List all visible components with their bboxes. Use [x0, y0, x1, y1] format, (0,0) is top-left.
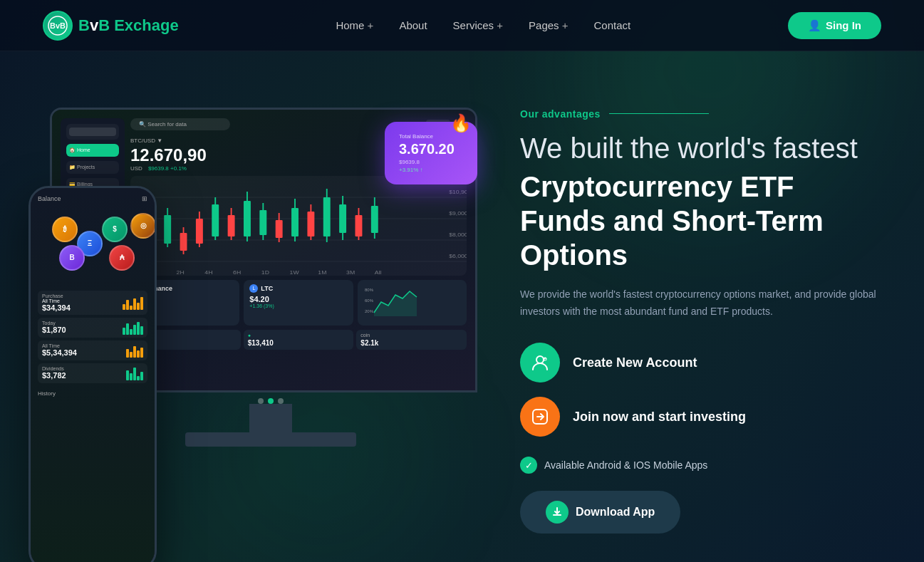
fire-icon: 🔥: [450, 113, 472, 133]
hero-section: 🏠 Home 📁 Projects 💳 Billings 👥 Team Memb…: [0, 51, 924, 562]
signin-button[interactable]: 👤 Sing In: [788, 12, 881, 39]
hero-right-content: Our advantages We built the world's fast…: [492, 108, 881, 534]
svg-text:20%: 20%: [365, 309, 374, 313]
hero-left-mockups: 🏠 Home 📁 Projects 💳 Billings 👥 Team Memb…: [28, 100, 492, 542]
nav-pages[interactable]: Pages: [529, 19, 568, 31]
download-app-button[interactable]: Download App: [520, 491, 680, 534]
circle-btc: ₿: [52, 217, 78, 242]
dash-search-bar: 🔍 Search for data: [130, 118, 230, 130]
phone-crypto-circles: ₿ Ξ $ B ₳ ◎: [38, 209, 147, 281]
phone-header: Balance ⊞: [38, 195, 147, 202]
phone-inner: Balance ⊞ ₿ Ξ $ B ₳ ◎ Purchase: [31, 188, 155, 563]
mini-bar-chart-1: [123, 296, 143, 310]
feature-create-account-label: Create New Account: [573, 355, 697, 370]
coin-cards-row: B Binance $9.44 Rise info L LTC: [130, 280, 467, 326]
sidebar-projects: 📁 Projects: [66, 161, 119, 174]
svg-text:+: +: [544, 357, 547, 361]
nav-contact[interactable]: Contact: [594, 19, 631, 31]
create-account-icon: +: [520, 343, 560, 383]
svg-text:$10,900: $10,900: [449, 189, 467, 194]
nav-about[interactable]: About: [399, 19, 427, 31]
logo[interactable]: BvB BvB Exchage: [43, 11, 179, 41]
dot-2[interactable]: [268, 398, 274, 404]
svg-text:3M: 3M: [346, 269, 355, 275]
phone-history-label: History: [38, 390, 147, 397]
circle-bnb: B: [59, 245, 85, 271]
user-icon: 👤: [808, 19, 821, 32]
chart-svg: $10,900 $9,000 $8,000 $6,000: [130, 176, 467, 276]
circle-usdt: $: [102, 217, 128, 242]
monitor-stand-base: [185, 432, 356, 447]
ltc-card: L LTC $4.20 +1.36 (3%): [244, 280, 353, 326]
nav-links: Home About Services Pages Contact: [336, 19, 630, 32]
svg-text:BvB: BvB: [50, 21, 66, 30]
svg-text:$6,000: $6,000: [449, 253, 467, 259]
sidebar-home: 🏠 Home: [66, 144, 119, 157]
feature-create-account: + Create New Account: [520, 343, 881, 383]
circle-ada: ₳: [109, 245, 135, 271]
available-text: Available Android & IOS Mobile Apps: [544, 459, 707, 471]
svg-text:1M: 1M: [318, 269, 326, 275]
stat-btc: ● $13,410: [244, 330, 354, 350]
circle-sol: ◎: [130, 213, 156, 239]
join-invest-icon: [520, 397, 560, 437]
logo-name: BvB Exchage: [78, 16, 179, 35]
available-badge: ✓ Available Android & IOS Mobile Apps: [520, 457, 881, 474]
svg-marker-52: [374, 291, 417, 316]
nav-services[interactable]: Services: [453, 19, 503, 31]
check-icon: ✓: [520, 457, 537, 474]
svg-text:60%: 60%: [365, 298, 374, 303]
phone-mockup: Balance ⊞ ₿ Ξ $ B ₳ ◎ Purchase: [28, 186, 157, 563]
svg-text:2H: 2H: [177, 269, 185, 275]
dash-bottom-stats: Ethereum $25.30 ● $13,410 coin $2.1k: [130, 330, 467, 350]
hero-title-light: We built the world's fastest: [520, 131, 881, 165]
feature-items: + Create New Account Join now and start …: [520, 343, 881, 437]
svg-text:$8,000: $8,000: [449, 231, 467, 237]
phone-stat-rows: Purchase All Time $34,394: [38, 291, 147, 383]
svg-text:1D: 1D: [261, 269, 269, 275]
hero-title-bold: Cryptocurrency ETF Funds and Short-Term …: [520, 170, 881, 272]
nav-home[interactable]: Home: [336, 19, 373, 31]
svg-text:1W: 1W: [290, 269, 300, 275]
phone-stat-row-1: Purchase All Time $34,394: [38, 291, 147, 315]
feature-join-invest-label: Join now and start investing: [573, 410, 746, 425]
svg-text:All: All: [375, 269, 382, 275]
progress-card: 80% 60% 20%: [358, 280, 467, 326]
phone-stat-row-2: Today $1,870: [38, 318, 147, 338]
phone-stat-row-4: Dividends $3,782: [38, 363, 147, 383]
candlestick-chart: $10,900 $9,000 $8,000 $6,000: [130, 176, 467, 276]
total-balance-card: 🔥 Total Balance 3.670.20 $9639.8 +3.91% …: [385, 122, 477, 184]
feature-join-invest: Join now and start investing: [520, 397, 881, 437]
stat-extra: coin $2.1k: [356, 330, 467, 350]
advantages-label: Our advantages: [520, 108, 881, 120]
phone-stat-row-3: All Time $5,34,394: [38, 340, 147, 360]
dot-3[interactable]: [278, 398, 284, 404]
mini-bar-chart-3: [126, 343, 143, 358]
monitor-stand-neck: [249, 404, 292, 432]
hero-description: We provide the world's fastest cryptocur…: [520, 286, 881, 321]
svg-text:$9,000: $9,000: [449, 210, 467, 216]
mini-bar-chart-2: [123, 321, 143, 335]
logo-icon: BvB: [43, 11, 73, 41]
navbar: BvB BvB Exchage Home About Services Page…: [0, 0, 924, 51]
download-icon: [546, 501, 569, 524]
svg-text:4H: 4H: [204, 269, 212, 275]
svg-text:80%: 80%: [365, 288, 374, 292]
svg-point-53: [536, 356, 544, 363]
dot-1[interactable]: [258, 398, 264, 404]
sidebar-search: [66, 124, 119, 140]
svg-text:6H: 6H: [233, 269, 241, 275]
phone-settings-icon: ⊞: [142, 195, 147, 202]
mini-bar-chart-4: [126, 366, 143, 380]
